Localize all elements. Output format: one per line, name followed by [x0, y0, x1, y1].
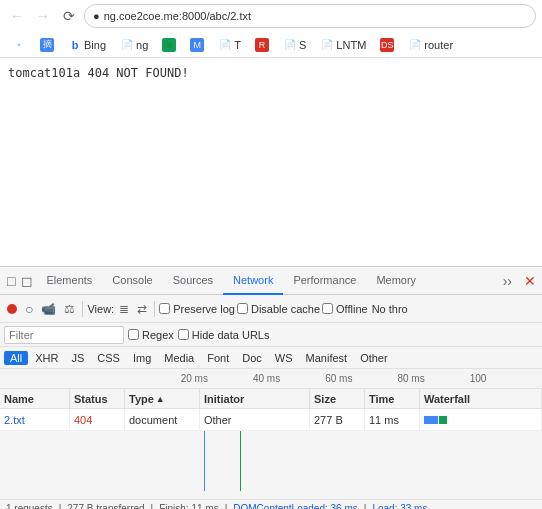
col-header-waterfall[interactable]: Waterfall — [420, 389, 542, 408]
waterfall-bar-blue — [424, 416, 438, 424]
hide-data-urls-checkbox[interactable] — [178, 329, 189, 340]
bookmark-t[interactable]: 📄 T — [212, 36, 247, 54]
table-row[interactable]: 2.txt 404 document Other 277 B 11 ms — [0, 409, 542, 431]
view-group-button[interactable]: ⇄ — [134, 300, 150, 318]
refresh-button[interactable]: ⟳ — [58, 5, 80, 27]
type-filter-xhr[interactable]: XHR — [29, 351, 64, 365]
col-header-initiator[interactable]: Initiator — [200, 389, 310, 408]
bookmark-lntm[interactable]: 📄 LNTM — [314, 36, 372, 54]
timeline-label-100: 100 — [470, 373, 542, 384]
url-text: ng.coe2coe.me:8000/abc/2.txt — [104, 10, 251, 22]
filter-bar: Regex Hide data URLs — [0, 323, 542, 347]
back-button[interactable]: ← — [6, 5, 28, 27]
type-filter-js[interactable]: JS — [65, 351, 90, 365]
tab-elements[interactable]: Elements — [36, 267, 102, 295]
r-icon: R — [255, 38, 269, 52]
waterfall-bars — [424, 411, 447, 428]
type-filter-font[interactable]: Font — [201, 351, 235, 365]
tab-memory[interactable]: Memory — [366, 267, 426, 295]
bing-label: Bing — [84, 39, 106, 51]
col-header-size[interactable]: Size — [310, 389, 365, 408]
page-content: tomcat101a 404 NOT FOUND! — [0, 58, 542, 266]
address-bar[interactable]: ● ng.coe2coe.me:8000/abc/2.txt — [84, 4, 536, 28]
regex-checkbox[interactable] — [128, 329, 139, 340]
toolbar-separator-2 — [154, 301, 155, 317]
row-type: document — [125, 409, 200, 430]
more-tabs-button[interactable]: ›› — [497, 269, 518, 293]
col-header-time[interactable]: Time — [365, 389, 420, 408]
status-load: Load: 33 ms — [372, 503, 427, 509]
type-filter-other[interactable]: Other — [354, 351, 394, 365]
tab-sources[interactable]: Sources — [163, 267, 223, 295]
tab-network[interactable]: Network — [223, 267, 283, 295]
close-devtools-button[interactable]: ✕ — [518, 269, 542, 293]
hide-data-urls-label[interactable]: Hide data URLs — [178, 329, 270, 341]
type-filter-css[interactable]: CSS — [91, 351, 126, 365]
disable-cache-label[interactable]: Disable cache — [237, 303, 320, 315]
type-filters: All XHR JS CSS Img Media Font Doc WS Man… — [0, 347, 542, 369]
devtools-panel: □ ◻ Elements Console Sources Network Per… — [0, 266, 542, 509]
status-requests: 1 requests — [6, 503, 53, 509]
forward-button[interactable]: → — [32, 5, 54, 27]
bookmark-bing[interactable]: b Bing — [62, 36, 112, 54]
no-throttle: No thro — [372, 303, 408, 315]
preserve-log-label[interactable]: Preserve log — [159, 303, 235, 315]
bookmark-ds[interactable]: DS — [374, 36, 400, 54]
bookmark-s[interactable]: 📄 S — [277, 36, 312, 54]
row-name: 2.txt — [0, 409, 70, 430]
type-filter-all[interactable]: All — [4, 351, 28, 365]
filter-input[interactable] — [4, 326, 124, 344]
offline-label[interactable]: Offline — [322, 303, 368, 315]
clear-button[interactable]: ○ — [22, 299, 36, 319]
preserve-log-checkbox[interactable] — [159, 303, 170, 314]
bookmark-router[interactable]: 📄 router — [402, 36, 459, 54]
disable-cache-checkbox[interactable] — [237, 303, 248, 314]
view-label: View: — [87, 303, 114, 315]
timeline-label-60: 60 ms — [325, 373, 397, 384]
status-bar: 1 requests | 277 B transferred | Finish:… — [0, 499, 542, 509]
regex-label[interactable]: Regex — [128, 329, 174, 341]
bookmark-m[interactable]: M — [184, 36, 210, 54]
camera-button[interactable]: 📹 — [38, 300, 59, 318]
s-icon: 📄 — [283, 38, 297, 52]
status-dom-content-loaded: DOMContentLoaded: 36 ms — [233, 503, 358, 509]
devtools-inspect-button[interactable]: □ — [4, 271, 18, 291]
network-table: Name Status Type ▲ Initiator Size Time W… — [0, 389, 542, 499]
ds-icon: DS — [380, 38, 394, 52]
router-label: router — [424, 39, 453, 51]
devtools-device-button[interactable]: ◻ — [18, 271, 36, 291]
t-label: T — [234, 39, 241, 51]
tab-console[interactable]: Console — [102, 267, 162, 295]
row-initiator: Other — [200, 409, 310, 430]
type-filter-ws[interactable]: WS — [269, 351, 299, 365]
tab-performance[interactable]: Performance — [283, 267, 366, 295]
sort-arrow-icon: ▲ — [156, 394, 165, 404]
bookmark-apps[interactable]: ◦ — [6, 36, 32, 54]
router-icon: 📄 — [408, 38, 422, 52]
row-status: 404 — [70, 409, 125, 430]
filter-button[interactable]: ⚖ — [61, 300, 78, 318]
leaf-icon: ■ — [162, 38, 176, 52]
bing-icon: b — [68, 38, 82, 52]
lock-icon: ● — [93, 10, 100, 22]
type-filter-media[interactable]: Media — [158, 351, 200, 365]
bookmark-r[interactable]: R — [249, 36, 275, 54]
bookmarks-bar: ◦ 摘 b Bing 📄 ng ■ M 📄 T R 📄 S — [0, 32, 542, 58]
row-time: 11 ms — [365, 409, 420, 430]
status-transferred: 277 B transferred — [67, 503, 144, 509]
view-list-button[interactable]: ≣ — [116, 300, 132, 318]
type-filter-img[interactable]: Img — [127, 351, 157, 365]
type-filter-manifest[interactable]: Manifest — [300, 351, 354, 365]
col-header-type[interactable]: Type ▲ — [125, 389, 200, 408]
nav-bar: ← → ⟳ ● ng.coe2coe.me:8000/abc/2.txt — [0, 0, 542, 32]
bookmark-ng[interactable]: 📄 ng — [114, 36, 154, 54]
timeline-label-80: 80 ms — [397, 373, 469, 384]
col-header-status[interactable]: Status — [70, 389, 125, 408]
record-button[interactable] — [4, 302, 20, 316]
timeline-line-area — [0, 431, 542, 451]
bookmark-摘[interactable]: 摘 — [34, 36, 60, 54]
type-filter-doc[interactable]: Doc — [236, 351, 268, 365]
offline-checkbox[interactable] — [322, 303, 333, 314]
bookmark-leaf[interactable]: ■ — [156, 36, 182, 54]
col-header-name[interactable]: Name — [0, 389, 70, 408]
